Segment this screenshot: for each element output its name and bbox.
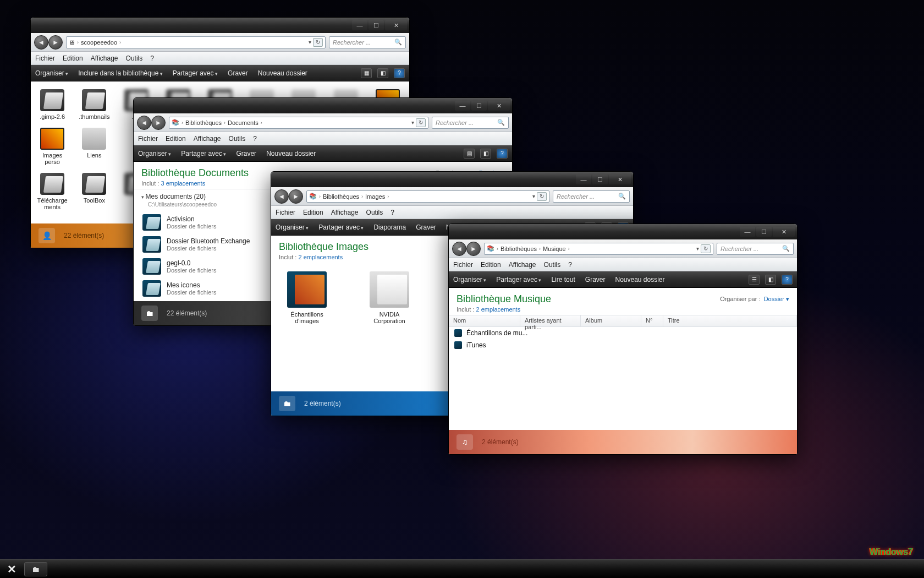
- view-options-icon[interactable]: ☰: [749, 275, 760, 285]
- start-button[interactable]: ✕: [3, 562, 20, 576]
- folder-item[interactable]: ToolBox: [75, 171, 113, 212]
- menu-edition[interactable]: Edition: [481, 261, 501, 269]
- breadcrumb-seg[interactable]: scoopeeedoo: [81, 39, 117, 46]
- menu-aide[interactable]: ?: [568, 261, 572, 269]
- tool-share[interactable]: Partager avec: [173, 69, 218, 77]
- forward-button[interactable]: ►: [151, 116, 166, 130]
- forward-button[interactable]: ►: [466, 242, 481, 256]
- tool-diaporama[interactable]: Diaporama: [373, 223, 406, 231]
- view-options-icon[interactable]: ▤: [464, 149, 475, 159]
- tool-organiser[interactable]: Organiser: [276, 223, 309, 231]
- refresh-button[interactable]: ↻: [313, 38, 323, 47]
- back-button[interactable]: ◄: [34, 35, 48, 50]
- refresh-button[interactable]: ↻: [537, 192, 547, 201]
- menu-edition[interactable]: Edition: [303, 209, 323, 216]
- menu-aide[interactable]: ?: [391, 209, 394, 216]
- menu-edition[interactable]: Edition: [63, 54, 83, 62]
- minimize-button[interactable]: —: [455, 101, 470, 111]
- tool-share[interactable]: Partager avec: [318, 223, 364, 231]
- maximize-button[interactable]: ☐: [592, 175, 608, 184]
- window-titlebar[interactable]: — ☐ ✕: [134, 98, 512, 113]
- preview-pane-icon[interactable]: ◧: [480, 149, 491, 159]
- arrange-by[interactable]: Organiser par : Dossier ▾: [720, 296, 789, 303]
- maximize-button[interactable]: ☐: [756, 227, 772, 237]
- help-icon[interactable]: ?: [782, 275, 793, 285]
- maximize-button[interactable]: ☐: [471, 101, 487, 111]
- preview-pane-icon[interactable]: ◧: [377, 68, 388, 78]
- folder-item[interactable]: Images perso: [33, 126, 72, 167]
- close-button[interactable]: ✕: [609, 175, 631, 184]
- list-item[interactable]: Échantillons de mu...: [449, 327, 797, 339]
- address-bar[interactable]: 🖥› scoopeeedoo› ▾↻: [66, 36, 326, 48]
- breadcrumb-seg[interactable]: Bibliothèques: [501, 246, 537, 252]
- menu-fichier[interactable]: Fichier: [276, 209, 295, 216]
- tool-organiser[interactable]: Organiser: [453, 276, 486, 283]
- menu-outils[interactable]: Outils: [126, 54, 143, 62]
- menu-outils[interactable]: Outils: [544, 261, 561, 269]
- breadcrumb-seg[interactable]: Bibliothèques: [185, 119, 222, 126]
- menu-affichage[interactable]: Affichage: [91, 54, 118, 62]
- forward-button[interactable]: ►: [48, 35, 63, 50]
- breadcrumb-seg[interactable]: Images: [365, 193, 385, 200]
- search-input[interactable]: Rechercher ...🔍: [717, 243, 794, 255]
- tool-share[interactable]: Partager avec: [496, 276, 541, 283]
- folder-item[interactable]: .gimp-2.6: [33, 87, 72, 122]
- window-titlebar[interactable]: — ☐ ✕: [449, 224, 797, 239]
- locations-link[interactable]: 2 emplacements: [476, 306, 520, 313]
- search-input[interactable]: Rechercher ...🔍: [553, 190, 630, 203]
- tool-burn[interactable]: Graver: [585, 276, 606, 283]
- tool-newfolder[interactable]: Nouveau dossier: [266, 150, 316, 157]
- breadcrumb-seg[interactable]: Bibliothèques: [323, 193, 359, 200]
- tool-organiser[interactable]: Organiser: [35, 69, 68, 77]
- view-options-icon[interactable]: ▦: [361, 68, 372, 78]
- window-titlebar[interactable]: — ☐ ✕: [271, 172, 633, 187]
- address-bar[interactable]: 📚› Bibliothèques› Documents› ▾↻: [169, 117, 428, 129]
- window-titlebar[interactable]: — ☐ ✕: [31, 18, 409, 33]
- column-headers[interactable]: Nom Artistes ayant parti... Album N° Tit…: [449, 315, 797, 327]
- tool-burn[interactable]: Graver: [236, 150, 256, 157]
- menu-fichier[interactable]: Fichier: [138, 135, 158, 143]
- menu-aide[interactable]: ?: [253, 135, 257, 143]
- menu-aide[interactable]: ?: [150, 54, 154, 62]
- tool-playall[interactable]: Lire tout: [551, 276, 575, 283]
- back-button[interactable]: ◄: [274, 189, 289, 204]
- breadcrumb-seg[interactable]: Musique: [543, 246, 566, 252]
- tool-include[interactable]: Inclure dans la bibliothèque: [78, 69, 163, 77]
- help-icon[interactable]: ?: [394, 68, 405, 78]
- menu-outils[interactable]: Outils: [366, 209, 383, 216]
- minimize-button[interactable]: —: [576, 175, 591, 184]
- taskbar-explorer-button[interactable]: 🖿: [24, 562, 47, 576]
- folder-item[interactable]: Échantillons d'images: [282, 271, 332, 324]
- refresh-button[interactable]: ↻: [416, 118, 426, 127]
- maximize-button[interactable]: ☐: [369, 20, 384, 30]
- menu-affichage[interactable]: Affichage: [194, 135, 221, 143]
- search-input[interactable]: Rechercher ...🔍: [329, 36, 406, 48]
- tool-newfolder[interactable]: Nouveau dossier: [258, 69, 307, 77]
- search-input[interactable]: Rechercher ...🔍: [432, 117, 509, 129]
- locations-link[interactable]: 2 emplacements: [298, 254, 343, 260]
- minimize-button[interactable]: —: [352, 20, 367, 30]
- help-icon[interactable]: ?: [497, 149, 508, 159]
- menu-affichage[interactable]: Affichage: [509, 261, 536, 269]
- folder-item[interactable]: NVIDIA Corporation: [365, 271, 414, 324]
- tool-burn[interactable]: Graver: [416, 223, 436, 231]
- minimize-button[interactable]: —: [740, 227, 755, 237]
- list-item[interactable]: iTunes: [449, 339, 797, 351]
- close-button[interactable]: ✕: [385, 20, 407, 30]
- tool-organiser[interactable]: Organiser: [138, 150, 171, 157]
- menu-fichier[interactable]: Fichier: [35, 54, 55, 62]
- folder-item[interactable]: Télécharge ments: [33, 171, 72, 212]
- preview-pane-icon[interactable]: ◧: [765, 275, 776, 285]
- menu-outils[interactable]: Outils: [229, 135, 246, 143]
- folder-item[interactable]: Liens: [75, 126, 113, 167]
- close-button[interactable]: ✕: [773, 227, 795, 237]
- close-button[interactable]: ✕: [488, 101, 510, 111]
- folder-item[interactable]: .thumbnails: [75, 87, 113, 122]
- address-bar[interactable]: 📚› Bibliothèques› Images› ▾↻: [306, 190, 549, 203]
- forward-button[interactable]: ►: [289, 189, 303, 204]
- breadcrumb-seg[interactable]: Documents: [228, 119, 258, 126]
- menu-affichage[interactable]: Affichage: [331, 209, 359, 216]
- tool-newfolder[interactable]: Nouveau dossier: [615, 276, 664, 283]
- locations-link[interactable]: 3 emplacements: [161, 180, 205, 187]
- tool-share[interactable]: Partager avec: [181, 150, 226, 157]
